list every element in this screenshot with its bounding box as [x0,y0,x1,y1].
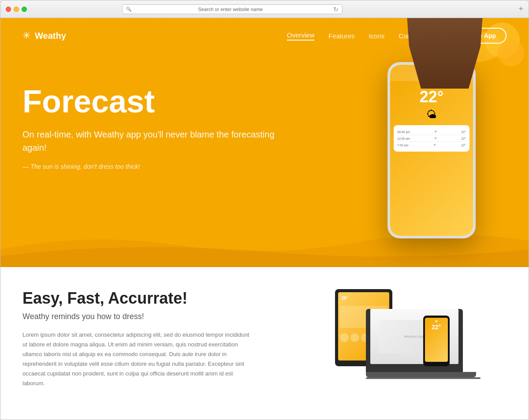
time-label: 7:00 am [397,144,408,147]
nav-link-features[interactable]: Features [328,32,354,40]
laptop-hinge [366,377,481,379]
maximize-button[interactable] [22,7,27,12]
small-phone-screen: ☀ 22° [425,318,448,362]
search-icon: 🔍 [126,7,131,11]
logo[interactable]: ✳ Weathy [22,30,66,41]
features-title: Easy, Fast, Accurrate! [22,289,251,308]
laptop-base [366,372,476,377]
weather-icon-small: ☀ [434,130,437,134]
phone-forecast-list: 09:00 pm ☀ 22° 12:00 am ☀ 22° 7:00 am [394,125,469,152]
hero-title: Forecast [22,84,289,119]
features-body: Lorem ipsum dolor sit amet, consectetur … [22,330,251,389]
temp-value: 22° [461,130,466,134]
features-text-block: Easy, Fast, Accurrate! Weathy reminds yo… [22,289,251,389]
close-button[interactable] [6,7,11,12]
phone-row-2: 12:00 am ☀ 22° [397,135,466,142]
address-bar-text: Search or enter website name [134,7,327,12]
phone-weather-icon: 🌤 [390,108,473,121]
phone-mockup: Weather Sunny 22° 🌤 09:00 pm ☀ 22° [387,62,476,238]
website-content: ✳ Weathy Overview Features Icons Compati… [0,18,529,420]
browser-toolbar: 🔍 Search or enter website name ↻ + [0,0,529,18]
logo-icon: ✳ [22,30,30,41]
features-section: Easy, Fast, Accurrate! Weathy reminds yo… [0,267,529,420]
features-subtitle: Weathy reminds you how to dress! [22,312,251,321]
browser-window: 🔍 Search or enter website name ↻ + [0,0,529,420]
hero-section: ✳ Weathy Overview Features Icons Compati… [0,18,529,267]
temp-value: 22° [461,137,466,140]
phone-screen: Weather Sunny 22° 🌤 09:00 pm ☀ 22° [390,65,473,236]
nav-link-overview[interactable]: Overview [287,31,315,41]
address-bar[interactable]: 🔍 Search or enter website name ↻ [122,4,343,14]
hero-text-block: Forecast On real-time, with Weathy app y… [22,71,289,170]
add-tab-button[interactable]: + [518,4,523,14]
traffic-lights [6,7,27,12]
hero-tagline: — The sun is shining, don't dress too th… [22,163,289,170]
time-label: 09:00 pm [397,130,410,134]
small-phone-mockup: ☀ 22° [423,316,450,366]
devices-wrapper: 26° [331,289,454,377]
logo-text: Weathy [35,31,66,41]
nav-link-icons[interactable]: Icons [369,32,384,40]
weather-icon-small: ☀ [434,137,437,140]
minimize-button[interactable] [14,7,19,12]
reload-icon[interactable]: ↻ [333,6,339,13]
devices-illustration: 26° [278,289,507,377]
time-label: 12:00 am [397,137,410,140]
hero-subtitle: On real-time, with Weathy app you'll nev… [22,128,289,154]
temp-value: 22° [461,144,466,147]
phone-row-3: 7:00 am ☀ 22° [397,142,466,148]
weather-icon-small: ☀ [433,143,436,147]
phone-row-1: 09:00 pm ☀ 22° [397,129,466,135]
